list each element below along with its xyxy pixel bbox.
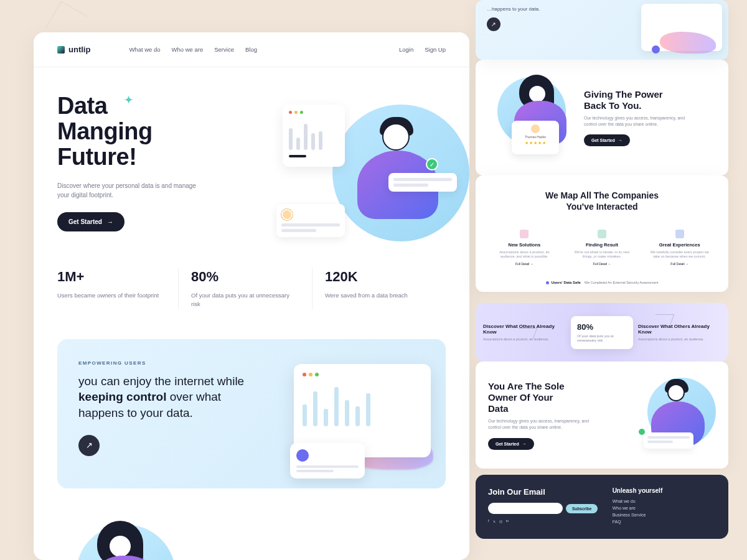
float-card bbox=[644, 432, 693, 449]
pv4-right: Discover What Others Already Know Assump… bbox=[638, 324, 721, 342]
arrow-right-icon: → bbox=[107, 218, 113, 225]
hero-title-l3: Future! bbox=[57, 144, 136, 170]
stat-label: Of your data puts you at unnecessary ris… bbox=[191, 291, 299, 309]
facebook-icon[interactable]: f bbox=[488, 519, 489, 523]
reviewer-name: Thomas Hadler bbox=[525, 135, 546, 139]
pv3-title: We Map All The CompaniesYou've Interacte… bbox=[488, 190, 716, 212]
pv-footer: Join Our Email Subscribe f 𝕩 ◎ in Unleas… bbox=[476, 475, 728, 539]
nav-links: What we do Who we are Service Blog bbox=[129, 46, 257, 53]
nav-link-whatwedo[interactable]: What we do bbox=[129, 46, 160, 53]
empowering-panel: EMPOWERING USERS you can enjoy the inter… bbox=[57, 339, 446, 488]
pv2-title: Giving The PowerBack To You. bbox=[584, 89, 690, 111]
footer-join-title: Join Our Email bbox=[488, 487, 613, 497]
subscribe-button[interactable]: Subscribe bbox=[566, 504, 598, 513]
email-input[interactable] bbox=[488, 503, 563, 514]
hero-title-l2: Manging bbox=[57, 118, 153, 144]
panel-small-card bbox=[290, 443, 365, 478]
feature-card-great-experiences: Great Experiences We carefully consider … bbox=[643, 223, 716, 272]
brand-name: untlip bbox=[68, 45, 90, 54]
stat-value: 120K bbox=[325, 269, 433, 285]
pv1-arrow-button[interactable]: ↗ bbox=[487, 17, 500, 31]
linkedin-icon[interactable]: in bbox=[506, 519, 509, 523]
panel-title: you can enjoy the internet while keeping… bbox=[78, 373, 253, 421]
pv5-title: You Are The Sole Owner Of Your Data bbox=[488, 381, 625, 414]
float-card-a bbox=[276, 204, 345, 237]
stat-label: Users became owners of their footprint bbox=[57, 291, 166, 300]
feature-card-finding-result: Finding Result We're not afraid to itera… bbox=[566, 223, 639, 272]
pv-empowering-cut: …happens to your data. ↗ bbox=[476, 0, 728, 60]
full-page-preview: …happens to your data. ↗ Thomas Hadler ★… bbox=[432, 0, 747, 560]
stat-saved: 120K Were saved from a data breach bbox=[312, 269, 446, 309]
footer-link[interactable]: FAQ bbox=[613, 520, 716, 524]
avatar-icon bbox=[281, 209, 293, 220]
cta-label: Get Started bbox=[68, 218, 102, 225]
pv5-desc: Our technology gives you access, transpa… bbox=[488, 418, 594, 431]
feature-card-new-solutions: New Solutions Assumptions about a produc… bbox=[488, 223, 561, 272]
main-landing-card: untlip What we do Who we are Service Blo… bbox=[34, 32, 469, 560]
pv-giving-power: Thomas Hadler ★★★★★ Giving The PowerBack… bbox=[476, 60, 728, 175]
pv5-cta-button[interactable]: Get Started→ bbox=[488, 438, 534, 450]
footer-links: What we do Who we are Business Service F… bbox=[613, 499, 716, 524]
login-link[interactable]: Login bbox=[399, 46, 413, 53]
pv2-desc: Our technology gives you access, transpa… bbox=[584, 115, 690, 128]
logo-mark-icon bbox=[57, 46, 65, 54]
nav-link-blog[interactable]: Blog bbox=[245, 46, 257, 53]
feature-icon bbox=[520, 230, 529, 238]
feature-icon bbox=[675, 230, 684, 238]
reviewer-avatar-icon bbox=[531, 124, 540, 133]
pv3-footnote: Users' Data SafeWe Completed An External… bbox=[488, 281, 716, 284]
panel-arrow-button[interactable]: ↗ bbox=[78, 435, 100, 456]
hero-section: Data ✦ Manging Future! Discover where yo… bbox=[34, 67, 469, 238]
pv2-illustration: Thomas Hadler ★★★★★ bbox=[488, 77, 575, 158]
pv4-stat-card: 80% Of your data puts you at unnecessary… bbox=[571, 316, 633, 349]
feature-icon bbox=[598, 230, 606, 238]
hero-title: Data ✦ Manging Future! bbox=[57, 93, 259, 170]
nav-link-service[interactable]: Service bbox=[214, 46, 234, 53]
instagram-icon[interactable]: ◎ bbox=[499, 519, 502, 523]
twitter-icon[interactable]: 𝕩 bbox=[493, 519, 496, 523]
arrow-right-icon: → bbox=[522, 442, 527, 446]
pv-map-companies: We Map All The CompaniesYou've Interacte… bbox=[476, 175, 728, 292]
nav-link-whoweare[interactable]: Who we are bbox=[172, 46, 204, 53]
feature-link[interactable]: Full Detail → bbox=[593, 262, 611, 266]
social-icons: f 𝕩 ◎ in bbox=[488, 519, 613, 523]
footer-link[interactable]: What we do bbox=[613, 499, 716, 503]
arrow-right-icon: → bbox=[618, 138, 622, 142]
pv-sole-owner: You Are The Sole Owner Of Your Data Our … bbox=[476, 362, 728, 469]
mini-chart-card bbox=[283, 105, 345, 167]
stars-icon: ★★★★★ bbox=[525, 141, 547, 146]
hero-title-l1: Data bbox=[57, 93, 107, 119]
sparkle-icon: ✦ bbox=[125, 95, 133, 105]
feature-link[interactable]: Full Detail → bbox=[515, 262, 533, 266]
logo[interactable]: untlip bbox=[57, 45, 90, 54]
woman-illustration bbox=[57, 525, 194, 560]
feature-link[interactable]: Full Detail → bbox=[670, 262, 688, 266]
stat-users: 1M+ Users became owners of their footpri… bbox=[57, 269, 178, 309]
footer-col-title: Unleash yourself bbox=[613, 487, 716, 494]
stat-datarisk: 80% Of your data puts you at unnecessary… bbox=[178, 269, 312, 309]
stat-label: Were saved from a data breach bbox=[325, 291, 433, 300]
dot-icon bbox=[296, 449, 309, 462]
get-started-button[interactable]: Get Started → bbox=[57, 212, 125, 231]
pv4-stat-value: 80% bbox=[577, 322, 627, 332]
review-card: Thomas Hadler ★★★★★ bbox=[512, 121, 559, 154]
pv4-stat-label: Of your data puts you at unnecessary ris… bbox=[577, 334, 627, 343]
pv-discover-band: Discover What Others Already Know Assump… bbox=[476, 303, 728, 362]
pv5-illustration bbox=[635, 378, 716, 452]
hero-description: Discover where your personal data is and… bbox=[57, 181, 200, 200]
stat-value: 80% bbox=[191, 269, 299, 285]
giving-power-section: Giving The Power Back To You bbox=[34, 500, 469, 560]
stat-value: 1M+ bbox=[57, 269, 166, 285]
top-nav: untlip What we do Who we are Service Blo… bbox=[34, 32, 469, 67]
pv2-cta-button[interactable]: Get Started→ bbox=[584, 134, 630, 146]
footer-link[interactable]: Who we are bbox=[613, 506, 716, 510]
footer-link[interactable]: Business Service bbox=[613, 513, 716, 517]
pv1-text: …happens to your data. bbox=[487, 6, 543, 12]
